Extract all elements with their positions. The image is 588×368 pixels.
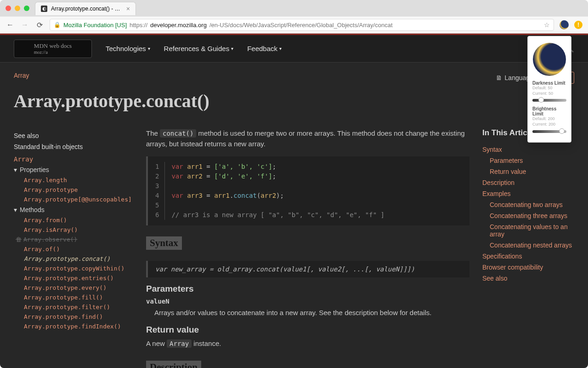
eclipse-icon — [533, 43, 566, 76]
breadcrumb[interactable]: Array — [14, 72, 574, 79]
toc-item[interactable]: Specifications — [482, 251, 574, 262]
toc-item[interactable]: Description — [482, 177, 574, 188]
toc-item[interactable]: See also — [482, 273, 574, 284]
sidebar-item[interactable]: Array.prototype.concat() — [14, 254, 133, 264]
toc-item[interactable]: Concatenating nested arrays — [482, 240, 574, 251]
sidebar-item[interactable]: Array.length — [14, 175, 133, 185]
caret-down-icon: ▾ — [14, 166, 17, 173]
sidebar-item[interactable]: Array.from() — [14, 215, 133, 225]
bookmark-icon[interactable]: ☆ — [544, 21, 550, 29]
caret-down-icon: ▾ — [279, 46, 282, 51]
code-example: 123456 var arr1 = ['a', 'b', 'c']; var a… — [146, 156, 469, 225]
url-scheme: https:// — [130, 22, 147, 29]
url-input[interactable]: 🔒 Mozilla Foundation [US] https://develo… — [50, 19, 554, 31]
lock-icon: 🔒 — [54, 22, 61, 28]
syntax-box: var new_array = old_array.concat(value1[… — [146, 261, 469, 277]
trash-icon: 🗑 — [16, 236, 22, 243]
sidebar-item[interactable]: 🗑Array.observe() — [14, 235, 133, 244]
nav-item[interactable]: References & Guides▾ — [164, 45, 234, 52]
sidebar-left: See also Standard built-in objects Array… — [14, 128, 133, 368]
nav-item[interactable]: Technologies▾ — [106, 45, 150, 52]
sidebar-item[interactable]: Array.of() — [14, 244, 133, 254]
minimize-window-button[interactable] — [15, 6, 20, 11]
brightness-slider[interactable] — [532, 130, 566, 133]
sidebar-item[interactable]: Array.prototype.filter() — [14, 302, 133, 312]
sidebar-item[interactable]: Array.prototype.find() — [14, 312, 133, 322]
sidebar-item[interactable]: Array.prototype — [14, 185, 133, 195]
param-name: valueN — [146, 298, 469, 305]
darkness-limit-label: Darkness Limit — [532, 80, 566, 86]
line-numbers: 123456 — [155, 162, 165, 220]
toc-item[interactable]: Browser compatibility — [482, 262, 574, 273]
back-button[interactable]: ← — [6, 21, 15, 29]
window-controls — [6, 6, 29, 11]
globe-icon: 🗎 — [496, 74, 502, 81]
warning-icon[interactable]: ! — [574, 21, 582, 29]
code-lines: var arr1 = ['a', 'b', 'c']; var arr2 = [… — [171, 162, 384, 220]
toc-item[interactable]: Syntax — [482, 144, 574, 155]
syntax-heading: Syntax — [146, 236, 182, 250]
brightness-limit-label: Brightness Limit — [532, 106, 566, 116]
description-heading: Description — [146, 361, 201, 368]
sidebar-builtin[interactable]: Standard built-in objects — [14, 143, 133, 150]
sidebar-item[interactable]: Array.prototype.findIndex() — [14, 322, 133, 331]
return-heading: Return value — [146, 325, 469, 335]
toc-item[interactable]: Parameters — [482, 155, 574, 166]
site-header: MDN web docs moz://a Technologies▾Refere… — [0, 35, 588, 63]
maximize-window-button[interactable] — [24, 6, 29, 11]
reload-button[interactable]: ⟳ — [35, 21, 44, 29]
browser-chrome: ◐ Array.prototype.concat() - Jav… × ← → … — [0, 0, 588, 34]
page-title: Array.prototype.concat() — [14, 90, 574, 112]
extension-icon[interactable] — [560, 20, 569, 29]
page-body: MDN web docs moz://a Technologies▾Refere… — [0, 34, 588, 368]
address-bar: ← → ⟳ 🔒 Mozilla Foundation [US] https://… — [0, 17, 588, 33]
inline-code: concat() — [160, 129, 196, 138]
sidebar-item[interactable]: Array.prototype.fill() — [14, 293, 133, 302]
browser-tab[interactable]: ◐ Array.prototype.concat() - Jav… × — [35, 2, 136, 15]
sidebar-item[interactable]: Array.isArray() — [14, 225, 133, 235]
mdn-logo[interactable]: MDN web docs moz://a — [14, 40, 92, 58]
sidebar-root[interactable]: Array — [14, 154, 133, 164]
return-text: A new Array instance. — [146, 339, 469, 349]
tab-title: Array.prototype.concat() - Jav… — [51, 6, 123, 12]
sidebar-item[interactable]: Array.prototype.every() — [14, 283, 133, 293]
toc-item[interactable]: Examples — [482, 188, 574, 199]
caret-down-icon: ▾ — [231, 46, 233, 51]
tab-close-icon[interactable]: × — [126, 5, 130, 12]
toc-item[interactable]: Concatenating values to an array — [482, 221, 574, 240]
title-bar: ◐ Array.prototype.concat() - Jav… × — [0, 0, 588, 17]
close-window-button[interactable] — [6, 6, 11, 11]
darkness-slider[interactable] — [532, 99, 566, 102]
param-desc: Arrays and/or values to concatenate into… — [146, 308, 469, 318]
sidebar-item[interactable]: Array.prototype[@@unscopables] — [14, 195, 133, 204]
slider-thumb[interactable] — [559, 128, 565, 134]
logo-line2: moz://a — [34, 50, 72, 55]
toc-item[interactable]: Concatenating two arrays — [482, 199, 574, 210]
sidebar-see-also: See also — [14, 132, 133, 139]
url-host: developer.mozilla.org — [150, 22, 207, 29]
logo-line1: MDN web docs — [34, 42, 72, 50]
sidebar-item[interactable]: Array.prototype.copyWithin() — [14, 264, 133, 273]
toc-item[interactable]: Return value — [482, 166, 574, 177]
extension-popup: Darkness Limit Default: 50 Current: 50 B… — [527, 36, 571, 143]
sidebar-methods-toggle[interactable]: ▾Methods — [14, 204, 133, 215]
site-org: Mozilla Foundation [US] — [63, 22, 127, 29]
caret-down-icon: ▾ — [148, 46, 150, 51]
parameters-heading: Parameters — [146, 284, 469, 294]
main-content: The concat() method is used to merge two… — [146, 128, 469, 368]
nav-item[interactable]: Feedback▾ — [247, 45, 282, 52]
toc: In This Article SyntaxParametersReturn v… — [482, 128, 574, 368]
sidebar-properties-toggle[interactable]: ▾Properties — [14, 164, 133, 175]
sidebar-item[interactable]: Array.prototype.entries() — [14, 273, 133, 283]
intro-paragraph: The concat() method is used to merge two… — [146, 128, 469, 149]
caret-down-icon: ▾ — [14, 206, 17, 213]
forward-button[interactable]: → — [20, 21, 29, 29]
toc-item[interactable]: Concatenating three arrays — [482, 210, 574, 221]
url-path: /en-US/docs/Web/JavaScript/Reference/Glo… — [209, 22, 393, 29]
favicon-icon: ◐ — [41, 6, 47, 12]
slider-thumb[interactable] — [538, 97, 544, 103]
